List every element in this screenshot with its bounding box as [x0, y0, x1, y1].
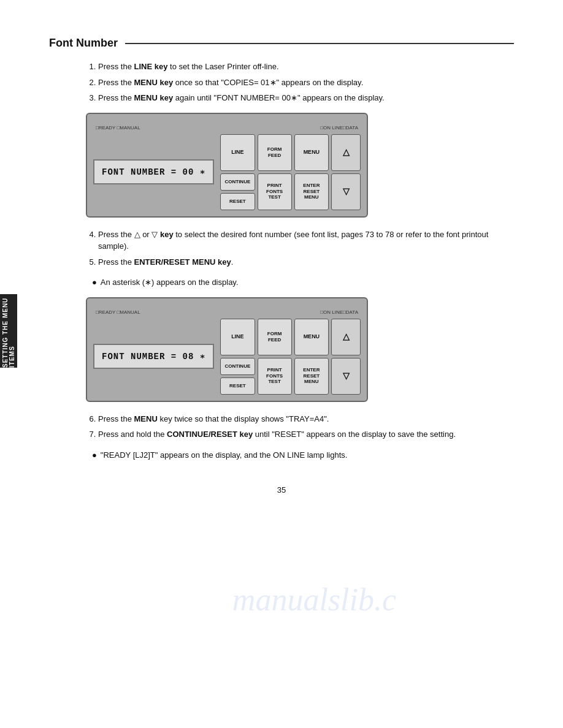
step-4: Press the △ or ▽ key to select the desir…: [98, 229, 514, 252]
panel2-indicators-right: □ON LINE□DATA: [320, 309, 358, 315]
panel1-line-button[interactable]: LINE: [220, 134, 255, 171]
panel2-up-button[interactable]: △: [331, 319, 361, 355]
panel1-display-text: FONT NUMBER = 00: [102, 167, 194, 177]
printer-panel-2: □READY □MANUAL □ON LINE□DATA FONT NUMBER…: [86, 297, 386, 402]
panel2-indicators-left: □READY □MANUAL: [96, 309, 140, 315]
panel2-display-text: FONT NUMBER = 08: [102, 352, 194, 362]
panel2-reset-button[interactable]: RESET: [220, 377, 255, 395]
panel2-menu-button[interactable]: MENU: [294, 319, 329, 355]
step-1-bold: LINE key: [134, 62, 168, 71]
panel2-line-button[interactable]: LINE: [220, 319, 255, 355]
step-3: Press the MENU key again until "FONT NUM…: [98, 92, 514, 104]
section-heading: Font Number: [49, 37, 514, 50]
step-2-bold: MENU key: [134, 78, 174, 87]
panel2-enter-button[interactable]: ENTERRESETMENU: [294, 358, 329, 395]
step-5-bold: ENTER/RESET MENU key: [134, 257, 231, 267]
panel1-formfeed-button[interactable]: FORMFEED: [258, 134, 292, 171]
panel1-enter-button[interactable]: ENTERRESETMENU: [294, 173, 329, 210]
steps-group-2: Press the △ or ▽ key to select the desir…: [86, 229, 514, 268]
side-tab: SETTING THE MENU ITEMS: [0, 294, 17, 368]
panel1-printfonts-button[interactable]: PRINTFONTSTEST: [258, 173, 292, 210]
step-4-bold: key: [160, 230, 174, 239]
bullet-group-2: "READY [LJ2]T" appears on the display, a…: [86, 449, 514, 461]
panel2-display-suffix: ∗: [200, 352, 205, 362]
side-tab-text: SETTING THE MENU ITEMS: [2, 294, 15, 368]
steps-group-1: Press the LINE key to set the Laser Prin…: [86, 61, 514, 104]
section-title: Font Number: [49, 37, 118, 50]
panel1-buttons: LINE FORMFEED MENU △ CONTINUE RESET PRIN…: [220, 134, 361, 210]
panel1-indicators-right: □ON LINE□DATA: [320, 125, 358, 131]
bullet-2: "READY [LJ2]T" appears on the display, a…: [92, 449, 514, 461]
main-content: Press the LINE key to set the Laser Prin…: [86, 61, 514, 461]
panel1-up-button[interactable]: △: [331, 134, 361, 171]
step-6-bold: MENU: [134, 414, 158, 423]
step-2: Press the MENU key once so that "COPIES=…: [98, 77, 514, 89]
panel1-menu-button[interactable]: MENU: [294, 134, 329, 171]
watermark: manualslib.c: [232, 582, 396, 618]
step-3-bold: MENU key: [134, 93, 174, 102]
step-5: Press the ENTER/RESET MENU key.: [98, 256, 514, 268]
page-number: 35: [49, 485, 514, 495]
panel1-indicators-left: □READY □MANUAL: [96, 125, 140, 131]
panel1-display-suffix: ∗: [200, 167, 205, 177]
panel2-formfeed-button[interactable]: FORMFEED: [258, 319, 292, 355]
panel2-printfonts-button[interactable]: PRINTFONTSTEST: [258, 358, 292, 395]
steps-group-3: Press the MENU key twice so that the dis…: [86, 413, 514, 441]
panel2-display: FONT NUMBER = 08 ∗: [93, 344, 214, 369]
panel2-buttons: LINE FORMFEED MENU △ CONTINUE RESET PRIN…: [220, 319, 361, 395]
step-6: Press the MENU key twice so that the dis…: [98, 413, 514, 425]
bullet-1: An asterisk (∗) appears on the display.: [92, 276, 514, 289]
panel1-down-button[interactable]: ▽: [331, 173, 361, 210]
step-7: Press and hold the CONTINUE/RESET key un…: [98, 428, 514, 441]
printer-panel-1: □READY □MANUAL □ON LINE□DATA FONT NUMBER…: [86, 113, 386, 218]
panel2-down-button[interactable]: ▽: [331, 358, 361, 395]
page: SETTING THE MENU ITEMS Font Number Press…: [0, 0, 563, 728]
step-1: Press the LINE key to set the Laser Prin…: [98, 61, 514, 73]
panel1-display: FONT NUMBER = 00 ∗: [93, 159, 214, 184]
step-7-bold: CONTINUE/RESET key: [167, 430, 253, 439]
panel1-reset-button[interactable]: RESET: [220, 193, 255, 210]
panel2-continue-button[interactable]: CONTINUE: [220, 358, 255, 375]
panel1-continue-button[interactable]: CONTINUE: [220, 173, 255, 191]
bullet-group-1: An asterisk (∗) appears on the display.: [86, 276, 514, 289]
heading-line: [125, 43, 514, 44]
